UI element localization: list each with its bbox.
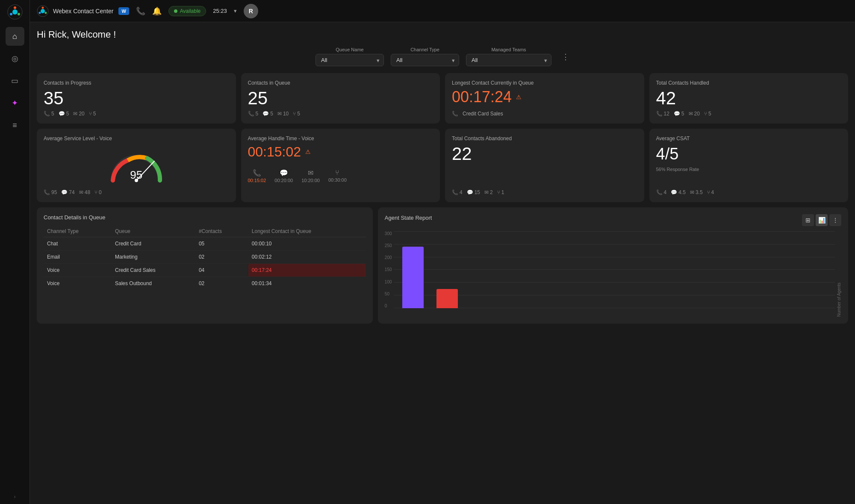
share-icon: ⑂ xyxy=(707,189,710,195)
agent-state-title: Agent State Report xyxy=(385,215,432,221)
queue-name-filter: Queue Name All xyxy=(315,47,384,66)
total-abandoned-breakdown: 📞 4 💬 15 ✉ 2 ⑂ 1 xyxy=(452,189,637,195)
metrics-grid: Contacts in Progress 35 📞 5 💬 5 ✉ 20 xyxy=(37,73,848,124)
ta-email-group: ✉ 2 xyxy=(484,189,493,195)
phone-icon[interactable]: 📞 xyxy=(136,6,145,16)
queue-icon: 📞 xyxy=(452,111,458,117)
aht-phone-col: 📞 00:15:02 xyxy=(248,169,266,183)
sidebar-collapse[interactable]: › xyxy=(14,494,16,500)
tch-chat-group: 💬 5 xyxy=(674,111,684,117)
sidebar-item-contacts[interactable]: ◎ xyxy=(6,49,24,68)
cell-0: Email xyxy=(44,251,112,264)
spark-icon: ✦ xyxy=(12,98,18,108)
more-options-button[interactable]: ⋮ xyxy=(562,52,569,62)
chart-container: 300 250 200 150 100 50 0 xyxy=(385,231,841,317)
tch-phone-group: 📞 12 xyxy=(656,111,669,117)
table-header: Channel Type Queue #Contacts Longest Con… xyxy=(44,226,366,237)
status-badge[interactable]: Available xyxy=(168,6,206,16)
chart-view-button[interactable]: 📊 xyxy=(816,214,828,226)
total-abandoned-title: Total Contacts Abandoned xyxy=(452,136,637,141)
status-text: Available xyxy=(180,8,200,14)
y-label-150: 150 xyxy=(385,267,392,272)
chat-icon: 💬 xyxy=(61,189,68,195)
svg-point-2 xyxy=(14,6,16,9)
grid-view-button[interactable]: ⊞ xyxy=(802,214,814,226)
tch-share-count: 5 xyxy=(708,111,711,117)
metric-avg-handle-time: Average Handle Time - Voice 00:15:02 ⚠ 📞… xyxy=(241,129,440,202)
cell-2: 02 xyxy=(195,251,248,264)
ciq-phone-count: 5 xyxy=(256,111,259,117)
contacts-icon: ◎ xyxy=(12,54,18,63)
metric-total-contacts-handled: Total Contacts Handled 42 📞 12 💬 5 ✉ 20 xyxy=(649,73,849,124)
sidebar-item-analytics[interactable]: ▭ xyxy=(6,71,24,90)
total-contacts-handled-title: Total Contacts Handled xyxy=(656,80,842,86)
share-icon: ⑂ xyxy=(335,169,339,177)
ac-chat-group: 💬 4.5 xyxy=(671,189,686,195)
cip-share-count: 5 xyxy=(93,111,96,117)
avg-csat-value: 4/5 xyxy=(656,145,842,163)
longest-contact-title: Longest Contact Currently in Queue xyxy=(452,80,637,86)
gauge-container: 95 xyxy=(44,148,229,183)
notification-icon[interactable]: 🔔 xyxy=(152,6,162,16)
menu-icon: ≡ xyxy=(12,121,17,130)
table-row: VoiceSales Outbound0200:01:34 xyxy=(44,277,366,290)
metric-total-abandoned: Total Contacts Abandoned 22 📞 4 💬 15 ✉ 2 xyxy=(445,129,644,202)
y-axis-title: Number of Agents xyxy=(837,231,841,317)
chat-icon: 💬 xyxy=(280,169,288,177)
topbar: Webex Contact Center W 📞 🔔 Available 25:… xyxy=(30,0,855,22)
cell-3: 00:17:24 xyxy=(248,264,366,277)
tch-share-group: ⑂ 5 xyxy=(704,111,711,117)
total-contacts-handled-value: 42 xyxy=(656,89,842,107)
email-icon: ✉ xyxy=(79,189,83,195)
chat-icon: 💬 xyxy=(671,189,677,195)
col-contacts: #Contacts xyxy=(195,226,248,237)
email-icon: ✉ xyxy=(690,189,694,195)
metric-contacts-in-progress: Contacts in Progress 35 📞 5 💬 5 ✉ 20 xyxy=(37,73,236,124)
avg-sl-breakdown: 📞 95 💬 74 ✉ 48 ⑂ 0 xyxy=(44,189,229,195)
cip-phone-group: 📞 5 xyxy=(44,111,54,117)
share-icon: ⑂ xyxy=(704,111,707,117)
share-icon: ⑂ xyxy=(89,111,92,117)
sidebar-item-spark[interactable]: ✦ xyxy=(6,94,24,112)
chat-icon: 💬 xyxy=(467,189,473,195)
metric-contacts-in-queue: Contacts in Queue 25 📞 5 💬 5 ✉ 10 xyxy=(241,73,440,124)
ciq-email-count: 10 xyxy=(283,111,289,117)
chart-bars xyxy=(402,231,835,308)
chart-plot-area xyxy=(394,231,835,317)
cell-3: 00:02:12 xyxy=(248,251,366,264)
contacts-in-queue-value: 25 xyxy=(248,89,433,107)
asl-chat-group: 💬 74 xyxy=(61,189,74,195)
channel-type-label: Channel Type xyxy=(391,47,459,52)
aht-share-col: ⑂ 00:30:00 xyxy=(328,169,347,183)
more-options-button[interactable]: ⋮ xyxy=(829,214,841,226)
queue-name-select-wrapper: All xyxy=(315,54,384,66)
sidebar-item-menu[interactable]: ≡ xyxy=(6,116,24,135)
queue-name-select[interactable]: All xyxy=(315,54,384,66)
queue-name: Credit Card Sales xyxy=(463,111,503,117)
channel-type-select[interactable]: All xyxy=(391,54,459,66)
tch-chat-count: 5 xyxy=(681,111,684,117)
email-icon: ✉ xyxy=(484,189,489,195)
avg-handle-time-title: Average Handle Time - Voice xyxy=(248,136,433,141)
webex-icon[interactable]: W xyxy=(118,7,129,15)
asl-share-group: ⑂ 0 xyxy=(94,189,102,195)
alert-icon: ⚠ xyxy=(305,148,311,155)
managed-teams-select[interactable]: All xyxy=(466,54,551,66)
ta-phone-group: 📞 4 xyxy=(452,189,463,195)
filters-row: Queue Name All Channel Type All Managed … xyxy=(37,47,848,66)
sidebar-item-home[interactable]: ⌂ xyxy=(6,27,24,46)
metric-longest-contact: Longest Contact Currently in Queue 00:17… xyxy=(445,73,644,124)
y-axis-labels: 300 250 200 150 100 50 0 xyxy=(385,231,392,317)
chat-icon: 💬 xyxy=(59,111,65,117)
ta-chat-count: 15 xyxy=(475,189,480,195)
ciq-email-group: ✉ 10 xyxy=(277,111,289,117)
welcome-message: Hi Rick, Welcome ! xyxy=(37,29,848,40)
user-avatar[interactable]: R xyxy=(244,4,258,18)
cip-chat-count: 5 xyxy=(66,111,69,117)
asl-phone-count: 95 xyxy=(51,189,57,195)
contacts-in-progress-breakdown: 📞 5 💬 5 ✉ 20 ⑂ 5 xyxy=(44,111,229,117)
total-abandoned-value: 22 xyxy=(452,145,637,163)
cell-1: Credit Card Sales xyxy=(112,264,195,277)
avg-service-level-title: Average Service Level - Voice xyxy=(44,136,229,141)
timer-chevron[interactable]: ▾ xyxy=(234,8,237,14)
